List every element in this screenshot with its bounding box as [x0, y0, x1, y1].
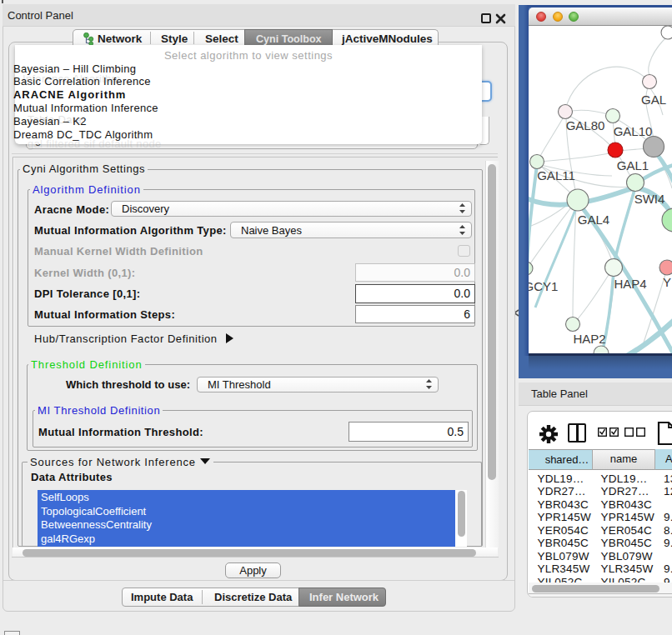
- svg-text:GAL10: GAL10: [614, 124, 653, 138]
- svg-text:Y: Y: [663, 275, 671, 289]
- svg-text:GAL80: GAL80: [566, 118, 605, 132]
- svg-text:GAL11: GAL11: [537, 168, 575, 182]
- svg-text:GAL1: GAL1: [617, 158, 649, 172]
- svg-text:GCY1: GCY1: [529, 279, 558, 293]
- svg-text:SWI4: SWI4: [634, 192, 665, 206]
- svg-text:GAL4: GAL4: [578, 212, 609, 227]
- svg-text:GAL: GAL: [641, 92, 666, 107]
- svg-text:HAP4: HAP4: [614, 277, 646, 291]
- svg-text:HAP2: HAP2: [573, 332, 605, 346]
